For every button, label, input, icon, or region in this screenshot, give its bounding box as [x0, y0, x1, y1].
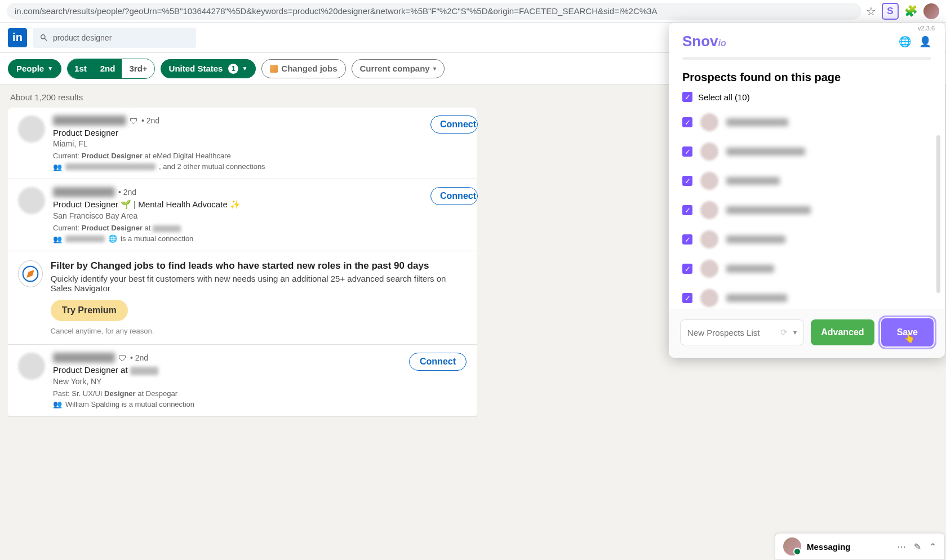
url-bar[interactable]: in.com/search/results/people/?geoUrn=%5B…: [7, 3, 861, 20]
result-location: San Francisco Bay Area: [53, 211, 467, 220]
result-degree: • 2nd: [141, 116, 159, 125]
bookmark-star-icon[interactable]: ☆: [866, 5, 876, 18]
more-icon[interactable]: ⋯: [897, 541, 906, 552]
advanced-button[interactable]: Advanced: [811, 319, 874, 345]
save-button[interactable]: Save👆: [881, 318, 934, 346]
prospect-item[interactable]: ✓: [682, 137, 931, 166]
promo-cancel-text: Cancel anytime, for any reason.: [51, 327, 467, 335]
list-name: New Prospects List: [687, 328, 760, 337]
mutual-connections-icon: 👥: [53, 235, 62, 243]
filter-people[interactable]: People▼: [8, 59, 61, 78]
prospects-list: ✓✓✓✓✓✓✓✓: [669, 108, 945, 309]
prospect-item[interactable]: ✓: [682, 195, 931, 225]
result-avatar[interactable]: [18, 115, 45, 143]
select-all-row[interactable]: ✓ Select all (10): [669, 92, 945, 108]
search-value: product designer: [53, 33, 112, 42]
filter-location[interactable]: United States1▼: [161, 59, 256, 78]
result-row: 🛡 • 2nd Product Designer at New York, NY…: [8, 345, 477, 417]
result-row: • 2nd Product Designer 🌱 | Mental Health…: [8, 179, 477, 251]
result-mutual: 👥 🌐 is a mutual connection: [53, 234, 467, 243]
user-icon[interactable]: 👤: [919, 35, 931, 48]
snov-header: Snovio 🌐 👤: [669, 23, 945, 57]
result-name-blurred[interactable]: [53, 187, 115, 197]
verified-shield-icon: 🛡: [118, 353, 127, 363]
linkedin-logo[interactable]: in: [8, 28, 27, 47]
prospect-name-blurred: [726, 235, 785, 243]
snov-footer: New Prospects List ⟳ ▾ Advanced Save👆: [669, 309, 945, 358]
svg-marker-1: [28, 271, 34, 277]
connect-button[interactable]: Connect: [430, 187, 478, 205]
browser-bar: in.com/search/results/people/?geoUrn=%5B…: [0, 0, 946, 23]
checkbox-icon[interactable]: ✓: [682, 234, 692, 245]
prospect-item[interactable]: ✓: [682, 108, 931, 137]
prospect-item[interactable]: ✓: [682, 166, 931, 195]
filter-conn-3rd[interactable]: 3rd+: [122, 59, 154, 78]
filter-changed-jobs[interactable]: Changed jobs: [261, 59, 345, 78]
promo-desc: Quickly identify your best fit customers…: [51, 274, 467, 293]
result-title: Product Designer at: [53, 365, 467, 375]
prospect-name-blurred: [726, 206, 811, 214]
try-premium-button[interactable]: Try Premium: [51, 300, 128, 321]
chevron-down-icon[interactable]: ▾: [793, 328, 797, 336]
prospect-avatar: [700, 260, 718, 278]
profile-avatar-icon[interactable]: [923, 3, 939, 19]
chevron-up-icon[interactable]: ⌃: [929, 541, 936, 552]
messaging-dock[interactable]: Messaging ⋯ ✎ ⌃: [775, 533, 945, 560]
extensions-puzzle-icon[interactable]: 🧩: [904, 5, 918, 17]
result-avatar[interactable]: [18, 353, 45, 380]
prospect-item[interactable]: ✓: [682, 283, 931, 309]
compass-icon: [18, 260, 43, 287]
prospect-item[interactable]: ✓: [682, 254, 931, 283]
result-name-blurred[interactable]: [53, 353, 115, 363]
filter-connections: 1st 2nd 3rd+: [67, 59, 154, 79]
url-text: in.com/search/results/people/?geoUrn=%5B…: [15, 6, 657, 16]
prospect-avatar: [700, 113, 718, 131]
snov-logo[interactable]: Snovio: [682, 33, 726, 50]
mutual-connections-icon: 👥: [53, 400, 62, 408]
connect-button[interactable]: Connect: [430, 115, 478, 134]
checkbox-icon[interactable]: ✓: [682, 293, 692, 303]
snov-panel: v2.3.6 Snovio 🌐 👤 Prospects found on thi…: [669, 23, 945, 358]
filter-conn-2nd[interactable]: 2nd: [94, 59, 122, 78]
snov-version: v2.3.6: [918, 25, 935, 32]
result-row: 🛡 • 2nd Product Designer Miami, FL Curre…: [8, 108, 477, 179]
promo-heading: Filter by Changed jobs to find leads who…: [51, 260, 467, 272]
scrollbar[interactable]: [936, 135, 940, 293]
checkbox-icon[interactable]: ✓: [682, 146, 692, 157]
compose-icon[interactable]: ✎: [914, 541, 921, 552]
globe-icon[interactable]: 🌐: [899, 35, 911, 48]
snov-title: Prospects found on this page: [669, 68, 945, 92]
messaging-avatar: [783, 537, 801, 555]
search-input[interactable]: product designer: [33, 28, 196, 48]
prospect-item[interactable]: ✓: [682, 225, 931, 254]
result-current: Current: Product Designer at: [53, 224, 467, 232]
refresh-icon[interactable]: ⟳: [780, 327, 788, 337]
promo-row: Filter by Changed jobs to find leads who…: [8, 251, 477, 345]
result-location: New York, NY: [53, 377, 467, 386]
result-name-blurred[interactable]: [53, 115, 126, 126]
result-location: Miami, FL: [53, 139, 467, 148]
prospect-avatar: [700, 172, 718, 190]
checkbox-icon[interactable]: ✓: [682, 264, 692, 274]
search-icon: [39, 33, 48, 42]
checkbox-icon[interactable]: ✓: [682, 117, 692, 127]
snov-extension-icon[interactable]: S: [882, 3, 899, 20]
result-degree: • 2nd: [130, 353, 148, 362]
results-count: About 1,200 results: [0, 85, 485, 108]
prospect-avatar: [700, 289, 718, 307]
location-count-badge: 1: [228, 64, 238, 74]
prospect-name-blurred: [726, 265, 774, 273]
result-current: Past: Sr. UX/UI Designer at Despegar: [53, 389, 467, 398]
filter-conn-1st[interactable]: 1st: [68, 59, 94, 78]
result-avatar[interactable]: [18, 187, 45, 214]
prospect-avatar: [700, 201, 718, 219]
checkbox-icon[interactable]: ✓: [682, 92, 692, 102]
checkbox-icon[interactable]: ✓: [682, 205, 692, 215]
result-current: Current: Product Designer at eMed Digita…: [53, 152, 467, 160]
list-select[interactable]: New Prospects List ⟳ ▾: [680, 319, 804, 345]
result-mutual: 👥 , and 2 other mutual connections: [53, 162, 467, 171]
connect-button[interactable]: Connect: [409, 353, 467, 371]
checkbox-icon[interactable]: ✓: [682, 176, 692, 186]
snov-progress-bar: [682, 57, 931, 60]
filter-current-company[interactable]: Current company▾: [352, 59, 445, 78]
